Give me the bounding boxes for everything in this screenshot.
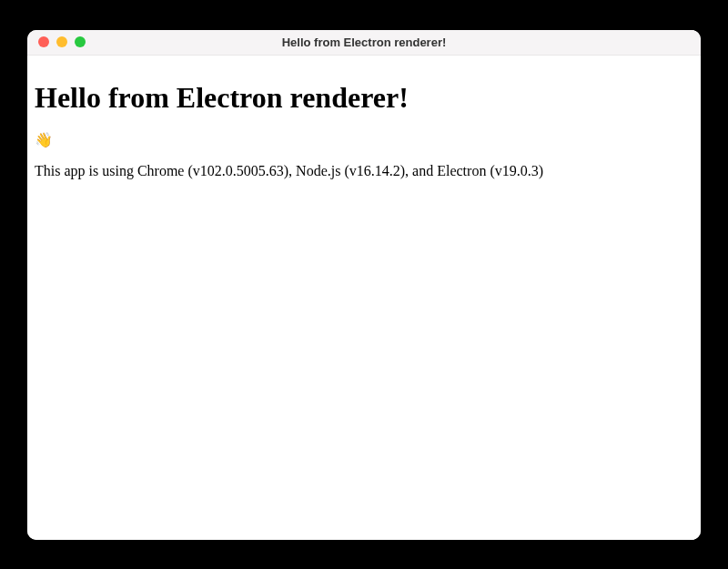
titlebar: Hello from Electron renderer! [27, 30, 701, 56]
content-area: Hello from Electron renderer! 👋 This app… [27, 56, 701, 540]
window-title: Hello from Electron renderer! [27, 36, 701, 49]
maximize-icon[interactable] [75, 36, 86, 47]
wave-emoji: 👋 [35, 131, 693, 148]
traffic-lights [27, 36, 86, 47]
close-icon[interactable] [38, 36, 49, 47]
minimize-icon[interactable] [56, 36, 67, 47]
page-heading: Hello from Electron renderer! [35, 81, 693, 115]
version-info: This app is using Chrome (v102.0.5005.63… [35, 163, 693, 179]
app-window: Hello from Electron renderer! Hello from… [27, 30, 701, 540]
